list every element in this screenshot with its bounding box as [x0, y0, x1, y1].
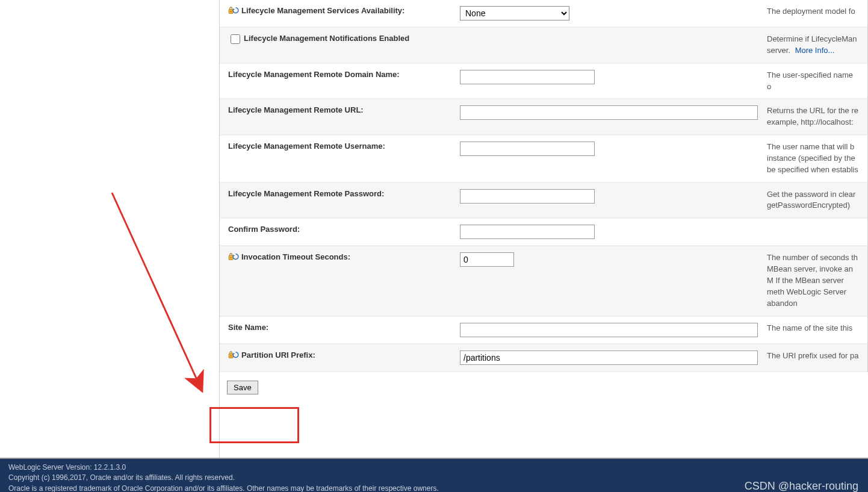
annotation-highlight-box — [209, 407, 299, 443]
text-input[interactable] — [460, 142, 595, 156]
field-description: Returns the URL for the re example, http… — [767, 105, 859, 128]
form-row: Lifecycle Management Remote URL:Returns … — [220, 99, 867, 135]
field-input-cell — [460, 189, 767, 204]
more-info-link[interactable]: More Info... — [795, 46, 835, 55]
field-description: The user-specified name o — [767, 70, 859, 93]
left-sidebar — [0, 0, 219, 458]
svg-point-2 — [231, 11, 232, 12]
svg-point-6 — [231, 355, 232, 357]
annotation-arrow — [0, 0, 241, 422]
field-label: Invocation Timeout Seconds: — [241, 252, 350, 261]
form-row: Invocation Timeout Seconds:The number of… — [220, 246, 867, 316]
save-row: Save — [220, 372, 868, 411]
lock-restart-icon — [228, 7, 239, 15]
field-label: Lifecycle Management Remote Username: — [228, 142, 385, 151]
svg-point-4 — [231, 257, 232, 258]
text-input[interactable] — [460, 70, 595, 84]
field-description: The user name that will b instance (spec… — [767, 142, 859, 176]
field-label-cell: Lifecycle Management Remote Username: — [228, 142, 460, 151]
field-label-cell: Confirm Password: — [228, 225, 460, 234]
text-input[interactable] — [460, 105, 758, 120]
field-description: Get the password in clear getPasswordEnc… — [767, 189, 859, 212]
field-label-cell: Lifecycle Management Services Availabili… — [228, 6, 460, 15]
form-row: Site Name:The name of the site this — [220, 317, 867, 344]
form-row: Lifecycle Management Remote Domain Name:… — [220, 64, 867, 100]
field-label-cell: Site Name: — [228, 323, 460, 332]
field-input-cell — [460, 252, 767, 267]
field-description: The number of seconds th MBean server, i… — [767, 252, 859, 309]
field-label: Partition URI Prefix: — [241, 350, 315, 360]
password-input[interactable] — [460, 189, 595, 204]
field-description: The deployment model fo — [767, 6, 859, 17]
field-label: Confirm Password: — [228, 225, 300, 234]
watermark-text: CSDN @hacker-routing — [745, 478, 858, 492]
form-row: Lifecycle Management Notifications Enabl… — [220, 28, 867, 64]
field-description: Determine if LifecycleMan server. More I… — [767, 34, 859, 57]
form-row: Partition URI Prefix:The URI prefix used… — [220, 344, 867, 372]
field-label: Lifecycle Management Notifications Enabl… — [244, 34, 409, 43]
form-row: Confirm Password: — [220, 219, 867, 246]
field-label: Lifecycle Management Remote URL: — [228, 105, 364, 114]
field-input-cell — [460, 142, 767, 156]
field-label-cell: Partition URI Prefix: — [228, 350, 460, 360]
field-description: The URI prefix used for pa — [767, 350, 859, 362]
password-input[interactable] — [460, 225, 595, 239]
text-input[interactable] — [460, 350, 758, 365]
field-description: The name of the site this — [767, 323, 859, 334]
footer-copyright: Copyright (c) 1996,2017, Oracle and/or i… — [8, 473, 860, 483]
text-input[interactable] — [460, 252, 514, 267]
settings-form-panel: Lifecycle Management Services Availabili… — [219, 0, 868, 458]
field-label-cell: Lifecycle Management Remote Domain Name: — [228, 70, 460, 79]
field-input-cell — [460, 350, 767, 365]
field-label: Lifecycle Management Services Availabili… — [241, 6, 405, 15]
field-label: Lifecycle Management Remote Domain Name: — [228, 70, 400, 79]
field-input-cell — [460, 225, 767, 239]
text-input[interactable] — [460, 323, 758, 337]
field-input-cell — [460, 105, 767, 120]
footer-version: WebLogic Server Version: 12.2.1.3.0 — [8, 462, 860, 473]
field-input-cell: None — [460, 6, 767, 20]
field-label-cell: Lifecycle Management Remote Password: — [228, 189, 460, 198]
form-row: Lifecycle Management Remote Username:The… — [220, 135, 867, 183]
lock-restart-icon — [228, 351, 239, 360]
field-label-cell: Lifecycle Management Remote URL: — [228, 105, 460, 114]
footer-trademark: Oracle is a registered trademark of Orac… — [8, 484, 860, 492]
svg-line-0 — [112, 193, 202, 391]
form-row: Lifecycle Management Remote Password:Get… — [220, 183, 867, 219]
save-button[interactable]: Save — [227, 381, 258, 394]
field-label-cell: Lifecycle Management Notifications Enabl… — [228, 34, 460, 46]
field-input-cell — [460, 70, 767, 84]
page-footer: WebLogic Server Version: 12.2.1.3.0 Copy… — [0, 459, 868, 492]
field-label-cell: Invocation Timeout Seconds: — [228, 252, 460, 261]
select-input[interactable]: None — [460, 6, 569, 20]
checkbox-input[interactable] — [231, 34, 240, 44]
field-label: Site Name: — [228, 323, 268, 332]
field-input-cell — [460, 323, 767, 337]
lock-restart-icon — [228, 253, 239, 261]
form-row: Lifecycle Management Services Availabili… — [220, 0, 867, 28]
field-label: Lifecycle Management Remote Password: — [228, 189, 384, 198]
